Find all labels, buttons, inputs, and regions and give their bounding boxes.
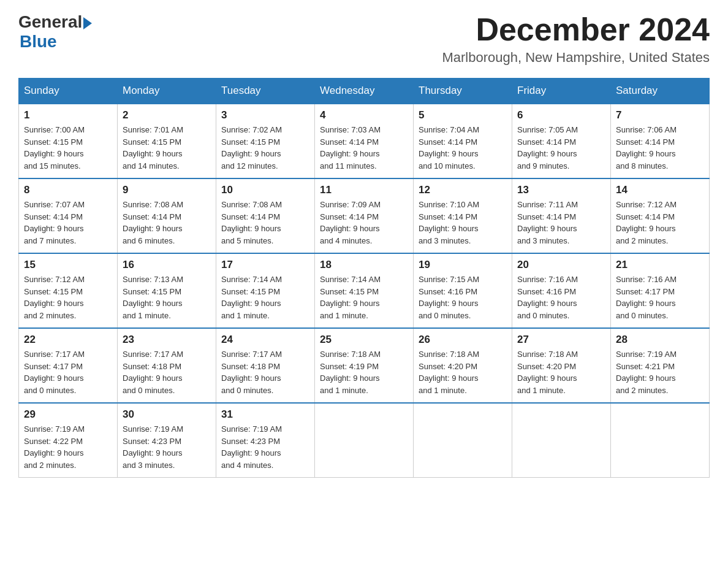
day-info: Sunrise: 7:17 AM Sunset: 4:17 PM Dayligh… <box>24 348 112 396</box>
month-title: December 2024 <box>442 12 710 47</box>
day-number: 15 <box>24 259 112 271</box>
day-number: 8 <box>24 184 112 196</box>
day-number: 13 <box>517 184 605 196</box>
day-info: Sunrise: 7:14 AM Sunset: 4:15 PM Dayligh… <box>221 274 309 321</box>
week-row-4: 22 Sunrise: 7:17 AM Sunset: 4:17 PM Dayl… <box>19 328 710 403</box>
day-number: 18 <box>320 259 408 271</box>
day-number: 14 <box>616 184 704 196</box>
day-info: Sunrise: 7:12 AM Sunset: 4:15 PM Dayligh… <box>24 274 112 321</box>
day-info: Sunrise: 7:07 AM Sunset: 4:14 PM Dayligh… <box>24 199 112 247</box>
day-info: Sunrise: 7:18 AM Sunset: 4:20 PM Dayligh… <box>419 348 507 396</box>
day-cell-4: 4 Sunrise: 7:03 AM Sunset: 4:14 PM Dayli… <box>315 104 414 178</box>
day-cell-7: 7 Sunrise: 7:06 AM Sunset: 4:14 PM Dayli… <box>611 104 710 178</box>
day-info: Sunrise: 7:12 AM Sunset: 4:14 PM Dayligh… <box>616 199 704 247</box>
day-info: Sunrise: 7:00 AM Sunset: 4:15 PM Dayligh… <box>24 124 112 172</box>
logo-blue-text: Blue <box>20 32 57 52</box>
day-number: 20 <box>517 259 605 271</box>
day-cell-20: 20 Sunrise: 7:16 AM Sunset: 4:16 PM Dayl… <box>512 253 611 328</box>
day-cell-30: 30 Sunrise: 7:19 AM Sunset: 4:23 PM Dayl… <box>118 403 216 478</box>
day-number: 27 <box>517 334 605 346</box>
day-info: Sunrise: 7:19 AM Sunset: 4:21 PM Dayligh… <box>616 348 704 396</box>
day-cell-8: 8 Sunrise: 7:07 AM Sunset: 4:14 PM Dayli… <box>19 178 118 253</box>
day-info: Sunrise: 7:19 AM Sunset: 4:23 PM Dayligh… <box>123 423 211 471</box>
day-cell-26: 26 Sunrise: 7:18 AM Sunset: 4:20 PM Dayl… <box>414 328 512 403</box>
col-friday: Friday <box>512 79 611 104</box>
week-row-1: 1 Sunrise: 7:00 AM Sunset: 4:15 PM Dayli… <box>19 104 710 178</box>
day-number: 23 <box>123 334 211 346</box>
logo-arrow-icon <box>83 17 92 29</box>
empty-cell-w4d5 <box>512 403 611 478</box>
day-number: 22 <box>24 334 112 346</box>
day-info: Sunrise: 7:05 AM Sunset: 4:14 PM Dayligh… <box>517 124 605 172</box>
day-cell-3: 3 Sunrise: 7:02 AM Sunset: 4:15 PM Dayli… <box>216 104 315 178</box>
day-info: Sunrise: 7:06 AM Sunset: 4:14 PM Dayligh… <box>616 124 704 172</box>
day-number: 11 <box>320 184 408 196</box>
day-info: Sunrise: 7:08 AM Sunset: 4:14 PM Dayligh… <box>221 199 309 247</box>
title-area: December 2024 Marlborough, New Hampshire… <box>442 12 710 66</box>
day-cell-1: 1 Sunrise: 7:00 AM Sunset: 4:15 PM Dayli… <box>19 104 118 178</box>
day-number: 25 <box>320 334 408 346</box>
day-cell-22: 22 Sunrise: 7:17 AM Sunset: 4:17 PM Dayl… <box>19 328 118 403</box>
day-cell-2: 2 Sunrise: 7:01 AM Sunset: 4:15 PM Dayli… <box>118 104 216 178</box>
calendar-header-row: Sunday Monday Tuesday Wednesday Thursday… <box>19 79 710 104</box>
week-row-2: 8 Sunrise: 7:07 AM Sunset: 4:14 PM Dayli… <box>19 178 710 253</box>
day-info: Sunrise: 7:11 AM Sunset: 4:14 PM Dayligh… <box>517 199 605 247</box>
day-cell-27: 27 Sunrise: 7:18 AM Sunset: 4:20 PM Dayl… <box>512 328 611 403</box>
day-info: Sunrise: 7:16 AM Sunset: 4:16 PM Dayligh… <box>517 274 605 321</box>
day-number: 5 <box>419 109 507 121</box>
day-number: 4 <box>320 109 408 121</box>
day-info: Sunrise: 7:02 AM Sunset: 4:15 PM Dayligh… <box>221 124 309 172</box>
location-title: Marlborough, New Hampshire, United State… <box>442 50 710 66</box>
col-tuesday: Tuesday <box>216 79 315 104</box>
day-info: Sunrise: 7:17 AM Sunset: 4:18 PM Dayligh… <box>221 348 309 396</box>
week-row-3: 15 Sunrise: 7:12 AM Sunset: 4:15 PM Dayl… <box>19 253 710 328</box>
day-info: Sunrise: 7:15 AM Sunset: 4:16 PM Dayligh… <box>419 274 507 321</box>
col-sunday: Sunday <box>19 79 118 104</box>
logo: General Blue <box>18 12 92 52</box>
day-cell-24: 24 Sunrise: 7:17 AM Sunset: 4:18 PM Dayl… <box>216 328 315 403</box>
day-info: Sunrise: 7:18 AM Sunset: 4:20 PM Dayligh… <box>517 348 605 396</box>
day-cell-28: 28 Sunrise: 7:19 AM Sunset: 4:21 PM Dayl… <box>611 328 710 403</box>
day-number: 31 <box>221 408 309 421</box>
day-number: 19 <box>419 259 507 271</box>
day-cell-21: 21 Sunrise: 7:16 AM Sunset: 4:17 PM Dayl… <box>611 253 710 328</box>
logo-general-text: General <box>18 12 82 32</box>
day-cell-17: 17 Sunrise: 7:14 AM Sunset: 4:15 PM Dayl… <box>216 253 315 328</box>
day-number: 7 <box>616 109 704 121</box>
day-cell-31: 31 Sunrise: 7:19 AM Sunset: 4:23 PM Dayl… <box>216 403 315 478</box>
calendar-table: Sunday Monday Tuesday Wednesday Thursday… <box>18 78 710 478</box>
day-number: 3 <box>221 109 309 121</box>
day-number: 2 <box>123 109 211 121</box>
day-cell-5: 5 Sunrise: 7:04 AM Sunset: 4:14 PM Dayli… <box>414 104 512 178</box>
day-info: Sunrise: 7:17 AM Sunset: 4:18 PM Dayligh… <box>123 348 211 396</box>
empty-cell-w4d6 <box>611 403 710 478</box>
day-cell-19: 19 Sunrise: 7:15 AM Sunset: 4:16 PM Dayl… <box>414 253 512 328</box>
day-info: Sunrise: 7:04 AM Sunset: 4:14 PM Dayligh… <box>419 124 507 172</box>
day-cell-18: 18 Sunrise: 7:14 AM Sunset: 4:15 PM Dayl… <box>315 253 414 328</box>
day-number: 29 <box>24 408 112 421</box>
empty-cell-w4d3 <box>315 403 414 478</box>
day-number: 21 <box>616 259 704 271</box>
day-cell-12: 12 Sunrise: 7:10 AM Sunset: 4:14 PM Dayl… <box>414 178 512 253</box>
day-info: Sunrise: 7:03 AM Sunset: 4:14 PM Dayligh… <box>320 124 408 172</box>
day-cell-11: 11 Sunrise: 7:09 AM Sunset: 4:14 PM Dayl… <box>315 178 414 253</box>
col-monday: Monday <box>118 79 216 104</box>
day-info: Sunrise: 7:01 AM Sunset: 4:15 PM Dayligh… <box>123 124 211 172</box>
empty-cell-w4d4 <box>414 403 512 478</box>
day-number: 1 <box>24 109 112 121</box>
day-number: 16 <box>123 259 211 271</box>
col-saturday: Saturday <box>611 79 710 104</box>
day-cell-23: 23 Sunrise: 7:17 AM Sunset: 4:18 PM Dayl… <box>118 328 216 403</box>
day-number: 10 <box>221 184 309 196</box>
day-number: 6 <box>517 109 605 121</box>
day-number: 30 <box>123 408 211 421</box>
col-thursday: Thursday <box>414 79 512 104</box>
day-number: 26 <box>419 334 507 346</box>
day-number: 17 <box>221 259 309 271</box>
week-row-5: 29 Sunrise: 7:19 AM Sunset: 4:22 PM Dayl… <box>19 403 710 478</box>
day-cell-10: 10 Sunrise: 7:08 AM Sunset: 4:14 PM Dayl… <box>216 178 315 253</box>
day-info: Sunrise: 7:19 AM Sunset: 4:23 PM Dayligh… <box>221 423 309 471</box>
day-info: Sunrise: 7:19 AM Sunset: 4:22 PM Dayligh… <box>24 423 112 471</box>
day-number: 9 <box>123 184 211 196</box>
day-cell-25: 25 Sunrise: 7:18 AM Sunset: 4:19 PM Dayl… <box>315 328 414 403</box>
